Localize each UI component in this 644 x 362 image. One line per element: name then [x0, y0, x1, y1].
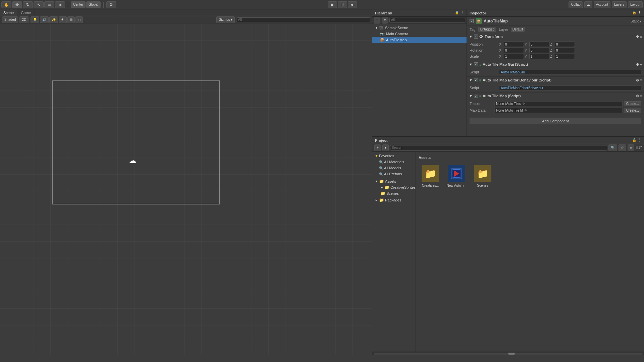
rect-tool-btn[interactable]: ▭ — [44, 1, 54, 8]
favorites-star-icon: ★ — [375, 154, 378, 158]
rot-y-input[interactable] — [529, 48, 549, 53]
project-search-input[interactable] — [390, 145, 607, 150]
hierarchy-dropdown-btn[interactable]: ▾ — [382, 17, 388, 23]
fav-all-models[interactable]: 🔍 All Models — [372, 165, 416, 171]
pos-y-input[interactable] — [529, 42, 549, 47]
gizmos-btn[interactable]: Gizmos ▾ — [216, 16, 235, 23]
favorites-header[interactable]: ★ Favorites — [372, 153, 416, 159]
layers-btn[interactable]: Layers — [612, 1, 627, 8]
grid-btn[interactable]: ⊞ — [67, 16, 75, 23]
asset-new-autotile[interactable]: New AutoTi... — [445, 165, 468, 188]
packages-header[interactable]: ► 📁 Packages — [372, 197, 416, 203]
rot-x-input[interactable] — [504, 48, 524, 53]
favorites-label: Favorites — [379, 154, 394, 158]
fx-btn[interactable]: ✨ — [49, 16, 58, 23]
scrollbar-thumb[interactable] — [508, 353, 515, 355]
transform-settings-icon[interactable]: ⚙ ≡ — [636, 35, 642, 39]
atm-editor-script-label: Script — [470, 86, 496, 90]
atm-enabled[interactable] — [474, 94, 478, 98]
scale-x-input[interactable] — [504, 54, 524, 59]
play-btn[interactable]: ▶ — [328, 1, 337, 8]
project-dropdown-btn[interactable]: ▾ — [382, 144, 389, 151]
cloud-sync-btn[interactable]: ☁ — [584, 1, 592, 8]
fav-all-prefabs[interactable]: 🔍 All Prefabs — [372, 171, 416, 177]
hierarchy-menu-icon[interactable]: ⋮ — [460, 11, 464, 15]
project-sort-btn[interactable]: ≡ — [628, 144, 634, 151]
global-btn[interactable]: Global — [86, 1, 101, 8]
project-scrollbar[interactable] — [372, 352, 644, 355]
transform-expand-icon: ▼ — [469, 35, 473, 39]
hierarchy-lock-icon[interactable]: 🔒 — [455, 11, 459, 15]
transform-header[interactable]: ▼ ⟳ Transform ⚙ ≡ — [467, 33, 644, 40]
transform-enabled[interactable] — [474, 35, 478, 39]
step-btn[interactable]: ⏭ — [348, 1, 357, 8]
scene-search[interactable] — [236, 17, 370, 22]
tree-scenes[interactable]: 📁 Scenes — [372, 190, 416, 196]
lights-btn[interactable]: 💡 — [31, 16, 39, 23]
scale-y-input[interactable] — [529, 54, 549, 59]
atm-gui-enabled[interactable] — [474, 62, 478, 66]
tree-creatives[interactable]: ► 📁 CreativeSprites — [372, 184, 416, 190]
project-filter-btn[interactable]: ☆ — [619, 144, 626, 151]
project-lock-icon[interactable]: 🔒 — [632, 138, 636, 142]
pos-z-input[interactable] — [555, 42, 575, 47]
atm-gui-script-ref[interactable]: AutoTileMapGui — [499, 70, 641, 75]
pos-x-input[interactable] — [504, 42, 524, 47]
asset-scenes[interactable]: 📁 Scenes — [471, 165, 494, 188]
center-btn[interactable]: Center — [71, 1, 86, 8]
move-tool-btn[interactable]: ✥ — [12, 1, 22, 8]
layer-dropdown[interactable]: Default — [511, 27, 525, 32]
hierarchy-add-btn[interactable]: + — [374, 17, 380, 23]
add-component-btn[interactable]: Add Component — [470, 118, 641, 124]
fav-all-materials[interactable]: 🔍 All Materials — [372, 159, 416, 165]
hierarchy-item-autotilemap[interactable]: 📦 AutoTileMap — [372, 37, 467, 43]
static-label: Static — [631, 19, 639, 23]
mapdata-create-btn[interactable]: Create... — [624, 108, 641, 113]
hand-tool-btn[interactable]: ✋ — [1, 1, 11, 8]
scale-tool-btn[interactable]: ⤡ — [34, 1, 44, 8]
static-toggle[interactable]: Static ▾ — [631, 19, 641, 23]
tab-scene[interactable]: Scene — [0, 9, 17, 16]
tab-game[interactable]: Game — [17, 9, 35, 16]
scene-canvas[interactable]: ☁ — [0, 23, 372, 355]
active-checkbox[interactable] — [470, 19, 474, 23]
atm-gui-header[interactable]: ▼ # Auto Tile Map Gui (Script) ⚙ ≡ — [467, 61, 644, 68]
inspector-title: Inspector — [470, 11, 486, 15]
asset-creatives[interactable]: 📁 Creatives... — [419, 165, 442, 188]
atm-editor-header[interactable]: ▼ # Auto Tile Map Editor Behaviour (Scri… — [467, 77, 644, 83]
account-btn[interactable]: Account — [594, 1, 610, 8]
render-path-btn[interactable]: ◻ — [75, 16, 83, 23]
custom-tool-btn[interactable]: ◈ — [55, 1, 65, 8]
inspector-menu-icon[interactable]: ⋮ — [638, 11, 641, 15]
extra-tool-btn[interactable]: ⚙ — [106, 1, 116, 8]
2d-btn[interactable]: 2D — [19, 16, 29, 23]
scene-visibility-btn[interactable]: 👁 — [59, 16, 67, 23]
tileset-input[interactable]: None (Auto Tiles ⊙ — [494, 101, 623, 106]
assets-tree-header[interactable]: ▼ 📁 Assets — [372, 178, 416, 184]
rot-z-input[interactable] — [555, 48, 575, 53]
hierarchy-search[interactable] — [389, 18, 465, 22]
hierarchy-item-camera[interactable]: 📷 Main Camera — [372, 31, 467, 37]
atm-editor-enabled[interactable] — [474, 78, 478, 82]
project-menu-icon[interactable]: ⋮ — [638, 138, 641, 142]
atm-header[interactable]: ▼ # Auto Tile Map (Script) ⚙ ≡ — [467, 93, 644, 99]
atm-settings-icon[interactable]: ⚙ ≡ — [636, 94, 642, 98]
tag-dropdown[interactable]: Untagged — [478, 27, 496, 32]
tileset-create-btn[interactable]: Create... — [624, 101, 641, 106]
project-add-btn[interactable]: + — [374, 144, 381, 151]
hierarchy-item-scene[interactable]: ▼ 🎬 SampleScene — [372, 25, 467, 31]
atm-gui-body: Script AutoTileMapGui — [467, 68, 644, 76]
pause-btn[interactable]: ⏸ — [338, 1, 347, 8]
project-search-btn[interactable]: 🔍 — [608, 144, 617, 151]
shaded-dropdown[interactable]: Shaded — [2, 16, 18, 23]
inspector-lock-icon[interactable]: 🔒 — [632, 11, 636, 15]
atm-editor-settings-icon[interactable]: ⚙ ≡ — [636, 78, 642, 82]
scale-z-input[interactable] — [555, 54, 575, 59]
audio-btn[interactable]: 🔊 — [40, 16, 49, 23]
atm-gui-settings-icon[interactable]: ⚙ ≡ — [636, 63, 642, 66]
layout-btn[interactable]: Layout — [628, 1, 643, 8]
rotate-tool-btn[interactable]: ↻ — [23, 1, 33, 8]
mapdata-input[interactable]: None (Auto Tile M ⊙ — [494, 108, 623, 113]
collab-btn[interactable]: Collab — [569, 1, 583, 8]
atm-editor-script-ref[interactable]: AutoTileMapEditorBehaviour — [499, 85, 641, 90]
